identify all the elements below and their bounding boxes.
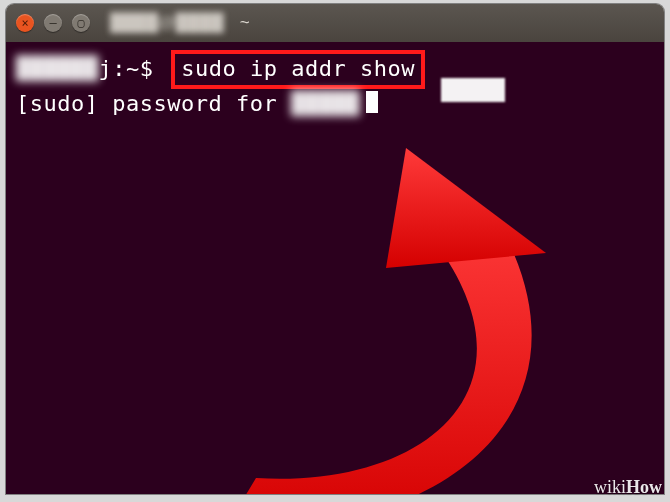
- sudo-password-prompt: [sudo] password for: [16, 91, 291, 116]
- close-icon[interactable]: ×: [16, 14, 34, 32]
- glare-highlight: [441, 78, 505, 102]
- terminal-line-1: ██████j:~$ sudo ip addr show: [16, 50, 654, 89]
- maximize-icon[interactable]: ▢: [72, 14, 90, 32]
- terminal-line-2: [sudo] password for █████: [16, 89, 654, 119]
- terminal-body[interactable]: ██████j:~$ sudo ip addr show [sudo] pass…: [6, 42, 664, 494]
- window-title-censored: ████@████: [110, 13, 224, 33]
- terminal-cursor: [366, 91, 378, 113]
- annotation-arrow: [146, 108, 626, 494]
- watermark-wiki: wiki: [594, 477, 626, 497]
- prompt-user-censored: ██████: [16, 54, 98, 84]
- terminal-window: × – ▢ ████@████ ~ ██████j:~$ sudo ip add…: [6, 4, 664, 494]
- watermark: wikiHow: [594, 477, 662, 498]
- command-text: sudo ip addr show: [181, 56, 415, 81]
- window-title-suffix: ~: [240, 13, 250, 33]
- prompt-tail: j:~$: [98, 56, 167, 81]
- password-user-censored: █████: [291, 89, 360, 119]
- command-highlight-box: sudo ip addr show: [171, 50, 425, 89]
- watermark-how: How: [626, 477, 662, 497]
- titlebar[interactable]: × – ▢ ████@████ ~: [6, 4, 664, 42]
- minimize-icon[interactable]: –: [44, 14, 62, 32]
